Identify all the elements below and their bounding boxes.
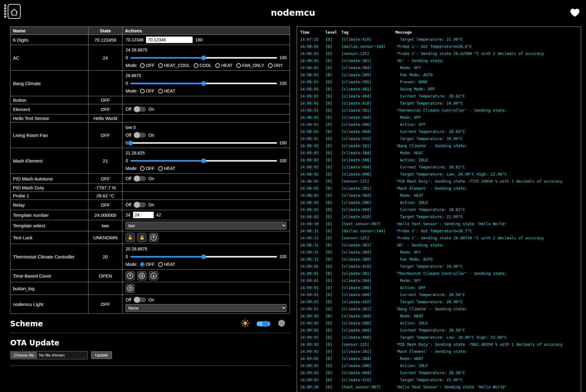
action-text: On bbox=[148, 176, 154, 181]
log-level: [D] bbox=[325, 270, 341, 277]
toggle-knob bbox=[134, 106, 140, 112]
select-input[interactable]: None bbox=[126, 304, 287, 312]
radio-off[interactable]: OFF bbox=[140, 89, 155, 93]
action-line: Mode:OFFHEAT bbox=[126, 88, 287, 94]
slider-thumb[interactable] bbox=[201, 81, 206, 86]
entity-state: two bbox=[89, 220, 122, 231]
log-col-message: Message bbox=[395, 29, 578, 36]
radio-label: HEAT bbox=[164, 166, 175, 171]
log-message: Target Temperature: Low: 20.00°C High: 2… bbox=[395, 171, 578, 178]
entity-state: -7787.7 % bbox=[89, 184, 122, 192]
log-tag: [climate:381] bbox=[341, 305, 395, 312]
action-line: OffOn bbox=[126, 296, 287, 303]
action-text: 28.6875 bbox=[126, 73, 141, 78]
slider-thumb[interactable] bbox=[128, 141, 133, 145]
page-title: nodemcu bbox=[271, 8, 315, 18]
radio-circle bbox=[140, 166, 145, 171]
radio-heat[interactable]: HEAT bbox=[158, 89, 175, 93]
log-message: Fan Mode: AUTO bbox=[395, 256, 578, 263]
arrow-up-icon-button[interactable] bbox=[149, 233, 158, 242]
slider[interactable] bbox=[130, 140, 277, 146]
arrow-down-icon-button[interactable] bbox=[149, 271, 158, 280]
table-row: Template number24.0000002442 bbox=[10, 210, 290, 220]
radio-heat[interactable]: HEAT bbox=[215, 63, 232, 68]
slider-thumb[interactable] bbox=[201, 254, 206, 259]
update-button[interactable]: Update bbox=[91, 351, 112, 359]
toggle-switch[interactable] bbox=[134, 297, 146, 302]
log-level: [D] bbox=[325, 334, 341, 341]
radio-heat[interactable]: HEAT bbox=[158, 262, 175, 267]
radio-heat[interactable]: HEAT bbox=[158, 166, 175, 171]
slider[interactable] bbox=[130, 55, 277, 61]
log-line: 14:08:01[D][climate:389] Fan Mode: AUTO bbox=[300, 71, 578, 78]
log-line: 14:08:01[D][climate:395] Preset: NONE bbox=[300, 78, 578, 85]
log-message: Target Temperature: 24.00°C bbox=[395, 263, 578, 270]
radio-dry[interactable]: DRY bbox=[268, 63, 283, 68]
slider[interactable] bbox=[130, 158, 277, 164]
radio-off[interactable]: OFF bbox=[140, 262, 155, 267]
action-text: 21 28.625 bbox=[126, 151, 145, 155]
column-header-actions: Actions bbox=[122, 27, 290, 35]
radio-off[interactable]: OFF bbox=[140, 166, 155, 171]
radio-heat_cool[interactable]: HEAT_COOL bbox=[158, 63, 190, 68]
toggle-switch[interactable] bbox=[134, 133, 146, 138]
radio-off[interactable]: OFF bbox=[140, 63, 155, 68]
slider-thumb[interactable] bbox=[201, 56, 206, 60]
entity-actions: OffOnNone bbox=[122, 295, 290, 314]
stop-icon-button[interactable] bbox=[137, 271, 146, 280]
radio-fan_only[interactable]: FAN_ONLY bbox=[236, 63, 264, 68]
slider[interactable] bbox=[130, 80, 277, 86]
select-input[interactable]: two bbox=[126, 222, 287, 229]
heart-icon[interactable] bbox=[570, 8, 580, 19]
entity-name: PID Mash Duty bbox=[10, 184, 89, 192]
radio-cool[interactable]: COOL bbox=[194, 63, 212, 68]
log-line: 14:08:01[D][climate:381]'Thermostat Clim… bbox=[300, 107, 578, 114]
toggle-switch[interactable] bbox=[134, 202, 146, 207]
lock-icon-button[interactable] bbox=[137, 233, 146, 242]
action-text: 180 bbox=[195, 37, 202, 42]
entity-state bbox=[89, 282, 122, 295]
action-line: Mode:OFFHEAT bbox=[126, 165, 287, 172]
radio-label: DRY bbox=[274, 63, 283, 68]
log-time: 14:09:02 bbox=[300, 334, 325, 341]
log-line: 14:09:02[D][climate:408] Target Temperat… bbox=[300, 334, 578, 341]
log-message: Preset: NONE bbox=[395, 78, 578, 85]
log-level: [D] bbox=[325, 114, 341, 121]
toggle-switch[interactable] bbox=[134, 107, 146, 112]
slider-thumb[interactable] bbox=[201, 159, 206, 163]
slider[interactable] bbox=[130, 254, 277, 260]
choose-file-button[interactable]: Choose file bbox=[11, 352, 37, 358]
action-text: Off bbox=[126, 176, 131, 181]
radio-circle bbox=[158, 89, 163, 93]
stop-icon-button[interactable] bbox=[126, 284, 135, 293]
table-row: ButtonOFF bbox=[10, 96, 290, 104]
log-tag: [climate:410] bbox=[341, 298, 395, 305]
number-input[interactable] bbox=[133, 212, 154, 218]
log-message: Action: OFF bbox=[395, 284, 578, 291]
scheme-toggle[interactable] bbox=[257, 321, 270, 326]
radio-label: COOL bbox=[200, 63, 212, 68]
log-time: 14:08:02 bbox=[300, 149, 325, 156]
scheme-title: Scheme bbox=[10, 320, 234, 328]
toggle-switch[interactable] bbox=[134, 176, 146, 181]
arrow-up-icon-button[interactable] bbox=[126, 271, 135, 280]
log-message: Swing Mode: OFF bbox=[395, 85, 578, 93]
log-tag: [dallas.sensor:144] bbox=[341, 227, 395, 234]
file-status: No file chosen bbox=[39, 353, 64, 357]
entity-name: Element bbox=[10, 104, 89, 114]
log-time: 14:08:02 bbox=[300, 156, 325, 163]
unlock-icon-button[interactable] bbox=[126, 233, 135, 242]
log-tag: [climate:386] bbox=[341, 320, 395, 327]
log-tag: [climate:381] bbox=[341, 57, 395, 64]
file-input[interactable]: Choose file No file chosen bbox=[10, 351, 88, 359]
log-level: [D] bbox=[325, 171, 341, 178]
log-tag: [text_sensor:067] bbox=[341, 383, 395, 390]
log-level: [D] bbox=[325, 178, 341, 185]
log-tag: [climate:381] bbox=[341, 348, 395, 355]
esphome-logo[interactable] bbox=[3, 2, 22, 22]
table-row: Time-Based CoverOPEN bbox=[10, 270, 290, 282]
entity-actions: 21 28.6250100Mode:OFFHEAT bbox=[122, 148, 290, 174]
number-input[interactable] bbox=[146, 36, 193, 43]
log-level: [D] bbox=[325, 163, 341, 171]
log-level: [D] bbox=[325, 249, 341, 256]
